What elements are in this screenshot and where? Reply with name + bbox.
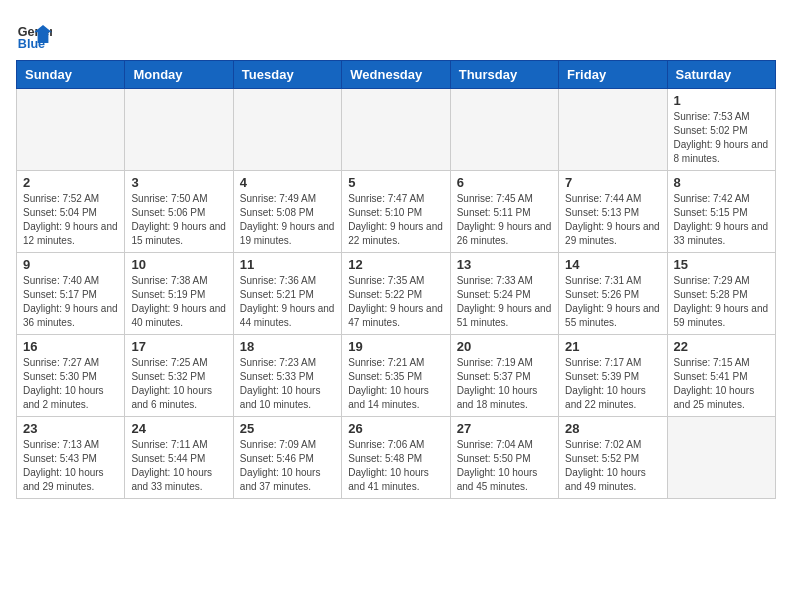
calendar-cell: [559, 89, 667, 171]
day-number: 6: [457, 175, 552, 190]
day-number: 14: [565, 257, 660, 272]
calendar-cell: 19Sunrise: 7:21 AM Sunset: 5:35 PM Dayli…: [342, 335, 450, 417]
calendar-cell: 6Sunrise: 7:45 AM Sunset: 5:11 PM Daylig…: [450, 171, 558, 253]
day-number: 25: [240, 421, 335, 436]
calendar-cell: 11Sunrise: 7:36 AM Sunset: 5:21 PM Dayli…: [233, 253, 341, 335]
calendar-cell: [450, 89, 558, 171]
calendar-cell: 16Sunrise: 7:27 AM Sunset: 5:30 PM Dayli…: [17, 335, 125, 417]
day-info: Sunrise: 7:25 AM Sunset: 5:32 PM Dayligh…: [131, 356, 226, 412]
day-info: Sunrise: 7:40 AM Sunset: 5:17 PM Dayligh…: [23, 274, 118, 330]
calendar-week-row: 1Sunrise: 7:53 AM Sunset: 5:02 PM Daylig…: [17, 89, 776, 171]
calendar-cell: 5Sunrise: 7:47 AM Sunset: 5:10 PM Daylig…: [342, 171, 450, 253]
calendar-cell: 25Sunrise: 7:09 AM Sunset: 5:46 PM Dayli…: [233, 417, 341, 499]
day-number: 12: [348, 257, 443, 272]
calendar-cell: [125, 89, 233, 171]
day-info: Sunrise: 7:11 AM Sunset: 5:44 PM Dayligh…: [131, 438, 226, 494]
day-number: 1: [674, 93, 769, 108]
weekday-header-sunday: Sunday: [17, 61, 125, 89]
day-info: Sunrise: 7:04 AM Sunset: 5:50 PM Dayligh…: [457, 438, 552, 494]
logo: General Blue: [16, 16, 54, 52]
calendar-cell: 13Sunrise: 7:33 AM Sunset: 5:24 PM Dayli…: [450, 253, 558, 335]
day-info: Sunrise: 7:29 AM Sunset: 5:28 PM Dayligh…: [674, 274, 769, 330]
calendar-cell: 23Sunrise: 7:13 AM Sunset: 5:43 PM Dayli…: [17, 417, 125, 499]
day-info: Sunrise: 7:52 AM Sunset: 5:04 PM Dayligh…: [23, 192, 118, 248]
day-number: 15: [674, 257, 769, 272]
calendar-cell: 27Sunrise: 7:04 AM Sunset: 5:50 PM Dayli…: [450, 417, 558, 499]
weekday-header-tuesday: Tuesday: [233, 61, 341, 89]
day-info: Sunrise: 7:31 AM Sunset: 5:26 PM Dayligh…: [565, 274, 660, 330]
calendar-cell: 10Sunrise: 7:38 AM Sunset: 5:19 PM Dayli…: [125, 253, 233, 335]
calendar-week-row: 2Sunrise: 7:52 AM Sunset: 5:04 PM Daylig…: [17, 171, 776, 253]
day-info: Sunrise: 7:38 AM Sunset: 5:19 PM Dayligh…: [131, 274, 226, 330]
calendar-header-row: SundayMondayTuesdayWednesdayThursdayFrid…: [17, 61, 776, 89]
day-info: Sunrise: 7:36 AM Sunset: 5:21 PM Dayligh…: [240, 274, 335, 330]
day-number: 18: [240, 339, 335, 354]
calendar-cell: 21Sunrise: 7:17 AM Sunset: 5:39 PM Dayli…: [559, 335, 667, 417]
day-number: 5: [348, 175, 443, 190]
calendar-week-row: 16Sunrise: 7:27 AM Sunset: 5:30 PM Dayli…: [17, 335, 776, 417]
calendar-cell: 4Sunrise: 7:49 AM Sunset: 5:08 PM Daylig…: [233, 171, 341, 253]
day-info: Sunrise: 7:06 AM Sunset: 5:48 PM Dayligh…: [348, 438, 443, 494]
calendar-cell: 24Sunrise: 7:11 AM Sunset: 5:44 PM Dayli…: [125, 417, 233, 499]
calendar-cell: 22Sunrise: 7:15 AM Sunset: 5:41 PM Dayli…: [667, 335, 775, 417]
day-number: 21: [565, 339, 660, 354]
calendar-cell: [17, 89, 125, 171]
weekday-header-thursday: Thursday: [450, 61, 558, 89]
calendar-week-row: 23Sunrise: 7:13 AM Sunset: 5:43 PM Dayli…: [17, 417, 776, 499]
day-info: Sunrise: 7:27 AM Sunset: 5:30 PM Dayligh…: [23, 356, 118, 412]
day-number: 9: [23, 257, 118, 272]
day-info: Sunrise: 7:42 AM Sunset: 5:15 PM Dayligh…: [674, 192, 769, 248]
calendar-cell: 18Sunrise: 7:23 AM Sunset: 5:33 PM Dayli…: [233, 335, 341, 417]
day-info: Sunrise: 7:53 AM Sunset: 5:02 PM Dayligh…: [674, 110, 769, 166]
day-number: 16: [23, 339, 118, 354]
day-info: Sunrise: 7:50 AM Sunset: 5:06 PM Dayligh…: [131, 192, 226, 248]
calendar-cell: 26Sunrise: 7:06 AM Sunset: 5:48 PM Dayli…: [342, 417, 450, 499]
calendar-cell: 1Sunrise: 7:53 AM Sunset: 5:02 PM Daylig…: [667, 89, 775, 171]
day-info: Sunrise: 7:35 AM Sunset: 5:22 PM Dayligh…: [348, 274, 443, 330]
calendar-cell: 3Sunrise: 7:50 AM Sunset: 5:06 PM Daylig…: [125, 171, 233, 253]
day-number: 4: [240, 175, 335, 190]
day-number: 8: [674, 175, 769, 190]
day-number: 19: [348, 339, 443, 354]
day-number: 20: [457, 339, 552, 354]
day-info: Sunrise: 7:15 AM Sunset: 5:41 PM Dayligh…: [674, 356, 769, 412]
day-number: 17: [131, 339, 226, 354]
day-info: Sunrise: 7:17 AM Sunset: 5:39 PM Dayligh…: [565, 356, 660, 412]
day-info: Sunrise: 7:47 AM Sunset: 5:10 PM Dayligh…: [348, 192, 443, 248]
calendar-cell: 8Sunrise: 7:42 AM Sunset: 5:15 PM Daylig…: [667, 171, 775, 253]
day-number: 22: [674, 339, 769, 354]
calendar-cell: [667, 417, 775, 499]
calendar-cell: 2Sunrise: 7:52 AM Sunset: 5:04 PM Daylig…: [17, 171, 125, 253]
day-number: 2: [23, 175, 118, 190]
calendar-cell: 9Sunrise: 7:40 AM Sunset: 5:17 PM Daylig…: [17, 253, 125, 335]
day-info: Sunrise: 7:13 AM Sunset: 5:43 PM Dayligh…: [23, 438, 118, 494]
day-number: 7: [565, 175, 660, 190]
calendar-cell: 15Sunrise: 7:29 AM Sunset: 5:28 PM Dayli…: [667, 253, 775, 335]
calendar-cell: [342, 89, 450, 171]
calendar-cell: 7Sunrise: 7:44 AM Sunset: 5:13 PM Daylig…: [559, 171, 667, 253]
day-info: Sunrise: 7:19 AM Sunset: 5:37 PM Dayligh…: [457, 356, 552, 412]
day-number: 13: [457, 257, 552, 272]
day-number: 27: [457, 421, 552, 436]
day-info: Sunrise: 7:23 AM Sunset: 5:33 PM Dayligh…: [240, 356, 335, 412]
calendar-cell: 20Sunrise: 7:19 AM Sunset: 5:37 PM Dayli…: [450, 335, 558, 417]
day-number: 11: [240, 257, 335, 272]
calendar-cell: 17Sunrise: 7:25 AM Sunset: 5:32 PM Dayli…: [125, 335, 233, 417]
day-info: Sunrise: 7:09 AM Sunset: 5:46 PM Dayligh…: [240, 438, 335, 494]
day-number: 28: [565, 421, 660, 436]
day-number: 23: [23, 421, 118, 436]
calendar-cell: 12Sunrise: 7:35 AM Sunset: 5:22 PM Dayli…: [342, 253, 450, 335]
day-info: Sunrise: 7:45 AM Sunset: 5:11 PM Dayligh…: [457, 192, 552, 248]
day-number: 10: [131, 257, 226, 272]
day-info: Sunrise: 7:21 AM Sunset: 5:35 PM Dayligh…: [348, 356, 443, 412]
day-info: Sunrise: 7:49 AM Sunset: 5:08 PM Dayligh…: [240, 192, 335, 248]
calendar-cell: [233, 89, 341, 171]
weekday-header-saturday: Saturday: [667, 61, 775, 89]
calendar-cell: 14Sunrise: 7:31 AM Sunset: 5:26 PM Dayli…: [559, 253, 667, 335]
calendar-week-row: 9Sunrise: 7:40 AM Sunset: 5:17 PM Daylig…: [17, 253, 776, 335]
weekday-header-monday: Monday: [125, 61, 233, 89]
logo-icon: General Blue: [16, 16, 52, 52]
day-number: 26: [348, 421, 443, 436]
day-number: 3: [131, 175, 226, 190]
weekday-header-wednesday: Wednesday: [342, 61, 450, 89]
